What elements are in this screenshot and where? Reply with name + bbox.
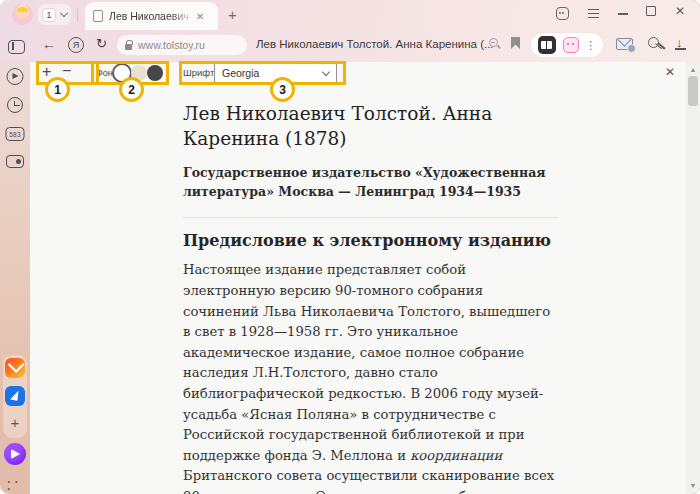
tab-count: 1 — [42, 8, 56, 22]
divider — [77, 8, 78, 22]
reader-article: Лев Николаевич Толстой. Анна Каренина (1… — [183, 62, 559, 494]
reader-close-icon[interactable]: ✕ — [665, 65, 675, 79]
article-title: Лев Николаевич Толстой. Анна Каренина (1… — [183, 102, 559, 152]
scrollbar[interactable]: ▲ ▼ — [686, 62, 700, 494]
annotation-badge-2: 2 — [119, 77, 144, 102]
menu-icon[interactable] — [588, 9, 599, 18]
tab-counter[interactable]: 1 — [38, 4, 71, 25]
scroll-down-icon[interactable]: ▼ — [686, 480, 700, 492]
chevron-down-icon — [60, 9, 68, 17]
extensions-pill: ⋮ — [531, 33, 603, 57]
profile-avatar[interactable] — [12, 4, 33, 25]
yandex-disk-icon[interactable] — [5, 386, 25, 406]
tab-close-icon[interactable]: ✕ — [196, 11, 204, 22]
paragraph-text: Настоящее издание представляет собой эле… — [183, 262, 550, 462]
maximize-button[interactable] — [646, 6, 656, 16]
alice-icon[interactable] — [563, 37, 579, 53]
window-close-button[interactable]: ✕ — [675, 4, 685, 18]
tableau-badge[interactable]: 583 — [6, 127, 25, 141]
sidebar-more-icon[interactable]: • • • — [8, 478, 23, 492]
article-paragraph: Настоящее издание представляет собой эле… — [183, 260, 559, 494]
article-section: Предисловие к электронному изданию Насто… — [183, 217, 559, 494]
sidebar-toggle-icon[interactable] — [8, 40, 25, 54]
tab-title: Лев Николаевич Толст — [109, 10, 194, 22]
lock-icon — [125, 44, 132, 50]
section-heading: Предисловие к электронному изданию — [183, 231, 559, 250]
history-icon[interactable] — [7, 97, 23, 113]
screencast-icon[interactable] — [6, 155, 24, 168]
paragraph-italic-text: координации — [410, 448, 502, 463]
chat-icon[interactable] — [556, 7, 569, 20]
zoom-icon[interactable] — [489, 38, 498, 47]
address-bar-page-title: Лев Николаевич Толстой. Анна Каренина (.… — [256, 38, 494, 50]
left-sidebar: 583 + • • • — [0, 62, 30, 494]
passwords-key-icon[interactable] — [648, 37, 659, 48]
url-text: www.tolstoy.ru — [138, 39, 205, 51]
reload-button[interactable]: ↻ — [96, 36, 107, 51]
mail-icon[interactable] — [616, 38, 633, 50]
more-icon[interactable]: ⋮ — [585, 39, 596, 52]
add-service-button[interactable]: + — [11, 414, 20, 431]
video-icon[interactable] — [7, 68, 24, 85]
browser-chrome: 1 Лев Николаевич Толст ✕ + ✕ ← Я ↻ www.t… — [0, 0, 700, 62]
back-button[interactable]: ← — [42, 36, 56, 52]
scroll-up-icon[interactable]: ▲ — [686, 64, 700, 76]
download-icon[interactable]: ↓ — [676, 35, 683, 50]
alice-assistant-icon[interactable] — [4, 443, 26, 465]
page-icon — [93, 10, 103, 22]
reader-mode-icon[interactable] — [538, 36, 556, 54]
new-tab-button[interactable]: + — [228, 7, 237, 23]
active-tab[interactable]: Лев Николаевич Толст ✕ — [85, 2, 218, 30]
annotation-badge-1: 1 — [45, 77, 70, 102]
url-pill[interactable]: www.tolstoy.ru — [117, 35, 247, 55]
paragraph-text: Британского совета осуществили сканирова… — [183, 468, 554, 494]
browser-window: 1 Лев Николаевич Толст ✕ + ✕ ← Я ↻ www.t… — [0, 0, 700, 494]
article-publisher: Государственное издательство «Художестве… — [183, 164, 559, 202]
yandex-button[interactable]: Я — [68, 37, 84, 53]
yandex-mail-icon[interactable] — [5, 358, 25, 378]
bookmark-icon[interactable] — [511, 37, 520, 49]
minimize-button[interactable] — [618, 13, 628, 15]
scrollbar-thumb[interactable] — [688, 76, 698, 106]
